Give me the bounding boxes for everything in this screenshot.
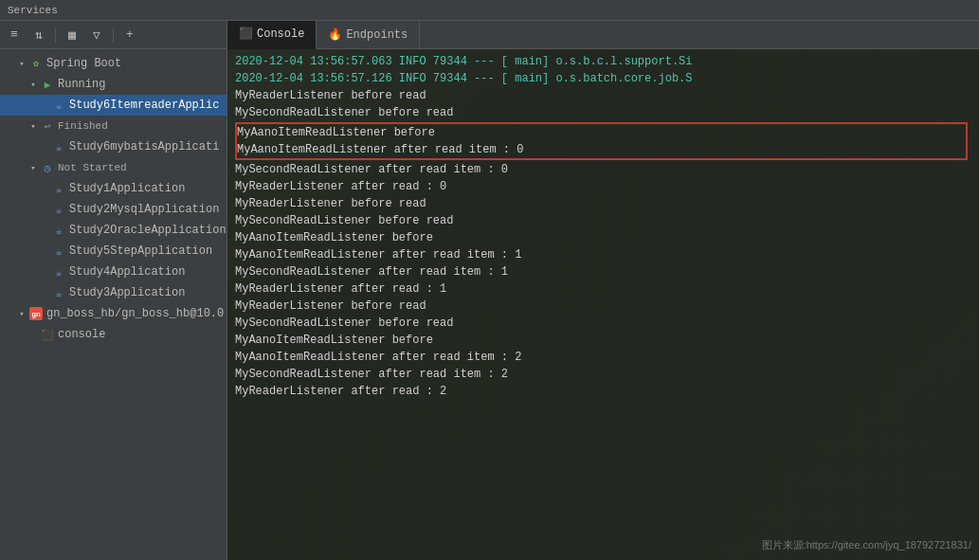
sidebar-item-study4[interactable]: ☕ Study4Application (0, 262, 227, 282)
log-line-7: MyReaderListener after read : 0 (235, 178, 971, 195)
log-container: 2020-12-04 13:56:57.063 INFO 79344 --- [… (235, 53, 971, 400)
app-icon-study3: ☕ (51, 285, 66, 300)
toolbar-btn-sort2[interactable]: ⇅ (28, 25, 49, 45)
arrow-study6reader (38, 99, 51, 112)
log-text-4: MyAanoItemReadListener before (237, 124, 435, 141)
study5step-label: Study5StepApplication (69, 244, 212, 258)
running-label: Running (58, 78, 105, 91)
tab-console[interactable]: ⬛ Console (227, 21, 317, 49)
log-text-19: MyReaderListener after read : 2 (235, 383, 446, 400)
not-started-label: Not Started (58, 162, 127, 173)
log-text-15: MySecondReadListener before read (235, 315, 453, 332)
app-icon-study2oracle: ☕ (51, 223, 66, 238)
log-line-16: MyAanoItemReadListener before (235, 332, 971, 349)
run-icon: ▶ (40, 77, 55, 92)
app-icon-study4: ☕ (51, 264, 66, 280)
log-line-18: MySecondReadListener after read item : 2 (235, 366, 971, 383)
log-line-0: 2020-12-04 13:56:57.063 INFO 79344 --- [… (235, 53, 971, 70)
study6reader-label: Study6ItemreaderApplic (69, 99, 219, 112)
log-text-2: MyReaderListener before read (235, 87, 426, 104)
arrow-study3 (38, 286, 51, 299)
boss-icon: gn (28, 306, 44, 321)
log-line-10: MyAanoItemReadListener before (235, 229, 971, 246)
arrow-study2mysql (38, 203, 51, 216)
study2mysql-label: Study2MysqlApplication (69, 203, 219, 216)
log-text-8: MyReaderListener before read (235, 195, 426, 212)
highlight-block: MyAanoItemReadListener before MyAanoItem… (235, 122, 968, 160)
toolbar-btn-filter[interactable]: ▦ (62, 25, 82, 45)
finished-label: Finished (58, 120, 108, 132)
sidebar-item-study5step[interactable]: ☕ Study5StepApplication (0, 241, 227, 262)
log-line-2: MyReaderListener before read (235, 87, 971, 104)
arrow-console (27, 328, 40, 341)
arrow-study1 (38, 182, 51, 195)
log-line-17: MyAanoItemReadListener after read item :… (235, 349, 971, 366)
sidebar-item-study3[interactable]: ☕ Study3Application (0, 282, 227, 303)
log-text-10: MyAanoItemReadListener before (235, 229, 433, 246)
toolbar-btn-collapse[interactable]: ▽ (86, 25, 107, 45)
arrow-boss: ▾ (15, 307, 28, 320)
arrow-finished: ▾ (27, 119, 40, 133)
arrow-spring-boot: ▾ (15, 57, 28, 70)
sidebar-item-finished[interactable]: ▾ ↩ Finished (0, 116, 227, 136)
log-line-19: MyReaderListener after read : 2 (235, 383, 971, 400)
log-line-15: MySecondReadListener before read (235, 315, 971, 332)
app-icon-study6mybatis: ☕ (51, 139, 66, 154)
log-line-8: MyReaderListener before read (235, 195, 971, 212)
top-bar-title: Services (8, 5, 58, 16)
toolbar-separator2 (113, 27, 114, 43)
toolbar-btn-add[interactable]: + (119, 25, 140, 45)
console-content[interactable]: 2020-12-04 13:56:57.063 INFO 79344 --- [… (227, 49, 979, 560)
console-tab-icon: ⬛ (239, 27, 253, 41)
arrow-study6mybatis (38, 140, 51, 154)
not-started-icon: ◷ (40, 160, 55, 175)
log-line-6: MySecondReadListener after read item : 0 (235, 161, 971, 178)
tabs-bar: ⬛ Console 🔥 Endpoints (227, 21, 979, 49)
study4-label: Study4Application (69, 265, 185, 279)
console-icon: ⬛ (40, 327, 55, 342)
sidebar-item-spring-boot[interactable]: ▾ ✿ Spring Boot (0, 53, 227, 74)
log-text-12: MySecondReadListener after read item : 1 (235, 263, 508, 280)
log-text-5: MyAanoItemReadListener after read item :… (237, 141, 523, 158)
sidebar-item-not-started[interactable]: ▾ ◷ Not Started (0, 157, 227, 178)
endpoints-tab-icon: 🔥 (328, 27, 342, 42)
log-line-12: MySecondReadListener after read item : 1 (235, 263, 971, 280)
sidebar-item-study6reader[interactable]: ☕ Study6ItemreaderApplic (0, 95, 227, 116)
log-line-3: MySecondReadListener before read (235, 104, 971, 121)
watermark-text: 图片来源:https://gitee.com/jyq_18792721831/ (762, 539, 971, 551)
study1-label: Study1Application (69, 182, 185, 195)
console-tab-label: Console (257, 27, 304, 41)
log-text-17: MyAanoItemReadListener after read item :… (235, 349, 521, 366)
tab-endpoints[interactable]: 🔥 Endpoints (317, 21, 420, 49)
watermark: 图片来源:https://gitee.com/jyq_18792721831/ (762, 538, 971, 552)
toolbar-btn-sort1[interactable]: ≡ (4, 25, 25, 45)
sidebar-item-study2mysql[interactable]: ☕ Study2MysqlApplication (0, 199, 227, 220)
app-icon-study1: ☕ (51, 181, 66, 196)
sidebar-item-study6mybatis[interactable]: ☕ Study6mybatisApplicati (0, 136, 227, 157)
arrow-study2oracle (38, 224, 51, 237)
log-text-16: MyAanoItemReadListener before (235, 332, 433, 349)
arrow-not-started: ▾ (27, 161, 40, 174)
log-text-6: MySecondReadListener after read item : 0 (235, 161, 508, 178)
sidebar-item-study2oracle[interactable]: ☕ Study2OracleApplication (0, 220, 227, 241)
main-layout: ≡ ⇅ ▦ ▽ + ▾ ✿ Spring Boot ▾ ▶ Running (0, 21, 979, 560)
arrow-study5step (38, 244, 51, 258)
boss-label: gn_boss_hb/gn_boss_hb@10.0.2. (46, 307, 227, 320)
app-icon-study6reader: ☕ (51, 98, 66, 113)
log-text-14: MyReaderListener before read (235, 298, 426, 315)
sidebar-item-console[interactable]: ⬛ console (0, 324, 227, 345)
sidebar-tree: ▾ ✿ Spring Boot ▾ ▶ Running ☕ Study6Item… (0, 49, 227, 560)
app-icon-study5step: ☕ (51, 244, 66, 259)
arrow-study4 (38, 265, 51, 279)
arrow-running: ▾ (27, 78, 40, 91)
log-text-3: MySecondReadListener before read (235, 104, 453, 121)
spring-icon: ✿ (28, 56, 44, 71)
log-line-9: MySecondReadListener before read (235, 212, 971, 229)
toolbar-separator (55, 27, 56, 43)
sidebar-item-boss[interactable]: ▾ gn gn_boss_hb/gn_boss_hb@10.0.2. (0, 303, 227, 324)
log-text-18: MySecondReadListener after read item : 2 (235, 366, 508, 383)
spring-boot-label: Spring Boot (46, 57, 121, 70)
sidebar-item-running[interactable]: ▾ ▶ Running (0, 74, 227, 95)
log-line-4: MyAanoItemReadListener before (237, 124, 966, 141)
sidebar-item-study1[interactable]: ☕ Study1Application (0, 178, 227, 199)
